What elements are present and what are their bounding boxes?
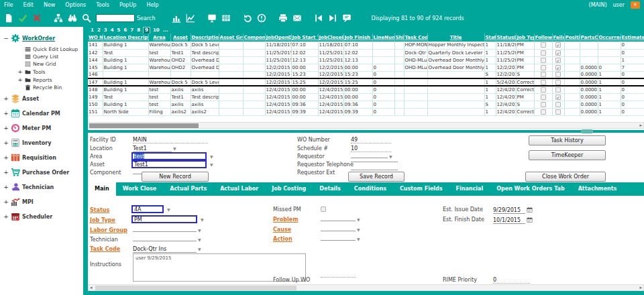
grid-cell[interactable] — [552, 71, 564, 78]
data-grid-icon[interactable] — [221, 13, 231, 23]
followup-checkbox[interactable] — [541, 65, 546, 70]
chevron-down-icon[interactable]: ▼ — [167, 207, 170, 212]
followup-checkbox[interactable] — [541, 72, 546, 77]
page-5[interactable]: 5 — [117, 27, 121, 34]
column-header-partscost[interactable]: PartsCost — [580, 34, 598, 42]
grid-cell[interactable]: 0 — [621, 108, 644, 115]
grid-cell[interactable]: 145 — [88, 64, 103, 71]
grid-cell[interactable] — [219, 93, 243, 101]
grid-cell[interactable]: Test description — [191, 49, 219, 56]
grid-cell[interactable]: axilis — [170, 101, 191, 108]
grid-cell[interactable] — [219, 86, 243, 93]
grid-cell[interactable]: 12/2/2015 — [318, 71, 343, 78]
grid-cell[interactable] — [534, 71, 552, 78]
grid-cell[interactable] — [148, 71, 170, 78]
tab-actual-labor[interactable]: Actual Labor — [213, 182, 265, 196]
bar-chart-icon[interactable] — [172, 13, 181, 23]
chevron-down-icon[interactable]: ▼ — [198, 228, 201, 233]
grid-cell[interactable]: 12:02 — [291, 49, 318, 56]
grid-cell[interactable]: Test1 — [170, 49, 191, 56]
grid-cell[interactable] — [404, 78, 427, 86]
column-header-wo-number[interactable]: WO Number — [88, 34, 103, 42]
grid-cell[interactable] — [243, 49, 265, 56]
column-header-job-start-time[interactable]: Job Start Time — [291, 34, 318, 42]
chevron-down-icon[interactable]: ▼ — [357, 227, 360, 232]
grid-cell[interactable]: 12/4/2015 — [496, 86, 516, 93]
undo-history-icon[interactable] — [243, 13, 252, 23]
sidebar-item-technician[interactable]: +Technician — [0, 180, 83, 194]
skip-first-icon[interactable] — [314, 13, 323, 23]
followup-checkbox[interactable] — [541, 42, 546, 48]
grid-cell[interactable]: North Side — [103, 108, 148, 115]
page-2[interactable]: 2 — [97, 27, 101, 34]
follow-up-wo-input[interactable] — [321, 277, 356, 278]
menu-popup[interactable]: PopUp — [119, 2, 136, 8]
grid-cell[interactable]: 0 — [621, 49, 644, 56]
problem-link[interactable]: Problem — [273, 217, 299, 223]
requestor-select[interactable]: ▼ — [351, 154, 392, 160]
column-header-title[interactable]: Title — [427, 34, 484, 42]
status-link[interactable]: Status — [90, 207, 109, 213]
grid-cell[interactable]: 0 — [372, 71, 394, 78]
cause-select[interactable]: ▼ — [321, 227, 360, 233]
table-row[interactable]: 144Building 1WarehouseOHD2Overhead Door … — [88, 56, 644, 64]
grid-cell[interactable] — [564, 86, 580, 93]
grid-cell[interactable]: 12/4/2015 — [265, 101, 291, 108]
grid-cell[interactable]: 12/4/2015 — [496, 93, 516, 101]
failure-checkbox[interactable]: ✔ — [555, 42, 561, 48]
grid-cell[interactable]: Test — [103, 93, 148, 101]
menu-edit[interactable]: Edit — [23, 2, 34, 8]
est-finish-date-field[interactable]: 10/1/2015 — [493, 217, 533, 224]
grid-cell[interactable] — [534, 101, 552, 108]
close-work-order-button[interactable]: Close Work Order — [525, 172, 606, 182]
grid-cell[interactable]: 09:36 — [343, 101, 372, 108]
grid-cell[interactable] — [219, 78, 243, 86]
table-row[interactable]: 149TesttestTest1Test description12/4/201… — [88, 93, 644, 101]
mail-icon[interactable] — [292, 13, 302, 23]
grid-cell[interactable]: 11/25/2015 — [496, 56, 516, 64]
grid-cell[interactable]: 11/25/2015 — [265, 56, 291, 64]
grid-cell[interactable] — [219, 71, 243, 78]
grid-cell[interactable] — [564, 93, 580, 101]
grid-cell[interactable]: 0.0000 — [580, 71, 598, 78]
grid-cell[interactable] — [427, 93, 484, 101]
grid-cell[interactable]: axilis — [191, 101, 219, 108]
new-record-button[interactable]: New Record — [142, 172, 209, 182]
problem-select[interactable]: ▼ — [321, 217, 360, 223]
page-6[interactable]: 6 — [123, 27, 127, 34]
grid-cell[interactable] — [372, 49, 394, 56]
grid-cell[interactable] — [219, 56, 243, 64]
grid-cell[interactable]: 0.0000 — [580, 108, 598, 115]
sidebar-item-quick-edit-lookup[interactable]: Quick Edit Lookup — [17, 46, 83, 53]
grid-cell[interactable]: 0 — [621, 71, 644, 78]
scroll-right-icon[interactable]: ▸ — [639, 123, 642, 129]
menu-new[interactable]: New — [44, 2, 55, 8]
followup-checkbox[interactable] — [541, 50, 546, 56]
grid-cell[interactable]: 150 — [88, 101, 103, 108]
grid-cell[interactable]: 1 — [484, 108, 496, 115]
grid-cell[interactable]: test — [148, 86, 170, 93]
page-...[interactable]: ... — [163, 27, 168, 34]
area-input[interactable]: test — [131, 152, 207, 160]
grid-cell[interactable]: 12/2/2015 — [318, 64, 343, 71]
grid-cell[interactable] — [394, 108, 404, 115]
table-row[interactable]: 151North SideFillingaxilis2axilis212/4/2… — [88, 108, 644, 115]
grid-cell[interactable] — [427, 101, 484, 108]
tab-conditions[interactable]: Conditions — [347, 182, 393, 196]
grid-cell[interactable]: 11/25/2015 — [318, 56, 343, 64]
grid-cell[interactable] — [219, 101, 243, 108]
message-icon[interactable] — [342, 13, 352, 23]
tab-attachments[interactable]: Attachments — [572, 182, 624, 196]
grid-cell[interactable]: 1 — [484, 49, 496, 56]
grid-cell[interactable]: Test1 — [170, 93, 191, 101]
grid-cell[interactable]: 12/2/2015 — [265, 71, 291, 78]
grid-cell[interactable]: PM — [516, 64, 534, 71]
grid-cell[interactable]: 12/2/2015 — [496, 64, 516, 71]
grid-cell[interactable]: PM — [516, 49, 534, 56]
menu-file[interactable]: File — [4, 2, 13, 8]
page-7[interactable]: 7 — [130, 27, 133, 34]
grid-cell[interactable]: 00:00 — [343, 93, 372, 101]
grid-cell[interactable] — [394, 78, 404, 86]
column-header-job-type[interactable]: Job Type — [516, 34, 534, 42]
task-code-link[interactable]: Task Code — [90, 246, 120, 252]
